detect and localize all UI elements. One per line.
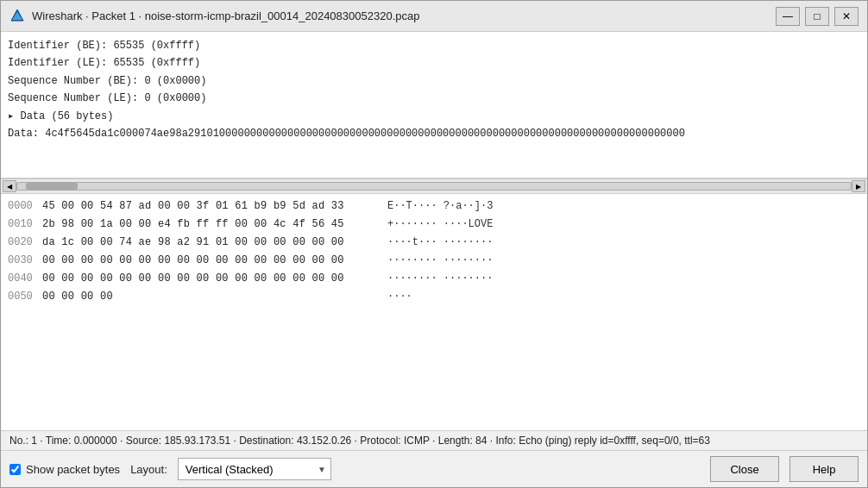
detail-line: Data: 4c4f5645da1c000074ae98a29101000000…: [8, 125, 860, 142]
window-title: Wireshark · Packet 1 · noise-storm-icmp-…: [32, 9, 419, 22]
show-packet-bytes-container: Show packet bytes: [9, 463, 120, 476]
main-window: Wireshark · Packet 1 · noise-storm-icmp-…: [0, 0, 868, 488]
hex-ascii: E··T···· ?·a··]·3: [387, 197, 493, 216]
hex-bytes: 00 00 00 00 00 00 00 00 00 00 00 00 00 0…: [42, 270, 379, 288]
layout-label: Layout:: [130, 463, 167, 476]
close-window-button[interactable]: ✕: [834, 7, 859, 26]
detail-line: ▸ Data (56 bytes): [8, 108, 860, 125]
packet-details-inner: Identifier (BE): 65535 (0xffff) Identifi…: [1, 35, 867, 144]
wireshark-icon: [9, 9, 25, 24]
hex-ascii: ········ ········: [387, 252, 493, 270]
status-text: No.: 1 · Time: 0.000000 · Source: 185.93…: [9, 435, 710, 447]
hex-row: 004000 00 00 00 00 00 00 00 00 00 00 00 …: [8, 270, 860, 288]
hex-offset: 0030: [8, 252, 42, 270]
main-content: Identifier (BE): 65535 (0xffff) Identifi…: [1, 32, 867, 487]
hex-row: 000045 00 00 54 87 ad 00 00 3f 01 61 b9 …: [8, 197, 860, 216]
hex-bytes: 00 00 00 00 00 00 00 00 00 00 00 00 00 0…: [42, 252, 379, 270]
detail-line: Identifier (BE): 65535 (0xffff): [8, 37, 860, 54]
hex-offset: 0040: [8, 270, 42, 288]
hex-row: 0020da 1c 00 00 74 ae 98 a2 91 01 00 00 …: [8, 234, 860, 252]
hex-bytes: 00 00 00 00: [42, 288, 379, 306]
scroll-thumb[interactable]: [26, 183, 78, 190]
help-button[interactable]: Help: [789, 456, 859, 482]
hex-offset: 0020: [8, 234, 42, 252]
maximize-button[interactable]: □: [805, 7, 829, 26]
title-bar: Wireshark · Packet 1 · noise-storm-icmp-…: [1, 1, 867, 32]
hex-offset: 0000: [8, 197, 42, 216]
bottom-bar: Show packet bytes Layout: Vertical (Stac…: [1, 450, 867, 487]
hex-ascii: +······· ····LOVE: [387, 216, 493, 234]
packet-details-panel[interactable]: Identifier (BE): 65535 (0xffff) Identifi…: [1, 32, 867, 178]
hex-bytes: da 1c 00 00 74 ae 98 a2 91 01 00 00 00 0…: [42, 234, 379, 252]
show-packet-bytes-checkbox[interactable]: [9, 464, 21, 475]
hex-row: 00102b 98 00 1a 00 00 e4 fb ff ff 00 00 …: [8, 216, 860, 234]
layout-select-wrapper: Vertical (Stacked)Horizontal (Side by Si…: [178, 458, 331, 480]
detail-line: Sequence Number (LE): 0 (0x0000): [8, 90, 860, 107]
hex-ascii: ····t··· ········: [387, 234, 493, 252]
hex-bytes: 45 00 00 54 87 ad 00 00 3f 01 61 b9 b9 5…: [42, 197, 379, 216]
hex-row: 005000 00 00 00····: [8, 288, 860, 306]
title-bar-controls: — □ ✕: [776, 7, 859, 26]
hex-row: 003000 00 00 00 00 00 00 00 00 00 00 00 …: [8, 252, 860, 270]
layout-select[interactable]: Vertical (Stacked)Horizontal (Side by Si…: [178, 458, 331, 480]
hex-offset: 0010: [8, 216, 42, 234]
hex-bytes: 2b 98 00 1a 00 00 e4 fb ff ff 00 00 4c 4…: [42, 216, 379, 234]
detail-line: Sequence Number (BE): 0 (0x0000): [8, 72, 860, 90]
hex-ascii: ····: [387, 288, 412, 306]
status-bar: No.: 1 · Time: 0.000000 · Source: 185.93…: [1, 430, 867, 450]
scroll-right-arrow[interactable]: ▶: [852, 180, 865, 192]
hex-ascii: ········ ········: [387, 270, 493, 288]
hex-offset: 0050: [8, 288, 42, 306]
scroll-left-arrow[interactable]: ◀: [3, 180, 16, 192]
horizontal-scrollbar[interactable]: ◀ ▶: [1, 178, 867, 194]
hex-dump-panel[interactable]: 000045 00 00 54 87 ad 00 00 3f 01 61 b9 …: [1, 194, 867, 430]
close-button[interactable]: Close: [710, 456, 779, 482]
title-bar-left: Wireshark · Packet 1 · noise-storm-icmp-…: [9, 9, 419, 24]
detail-line: Identifier (LE): 65535 (0xffff): [8, 54, 860, 72]
scroll-track[interactable]: [16, 182, 852, 191]
show-packet-bytes-label: Show packet bytes: [26, 463, 120, 476]
minimize-button[interactable]: —: [776, 7, 800, 26]
